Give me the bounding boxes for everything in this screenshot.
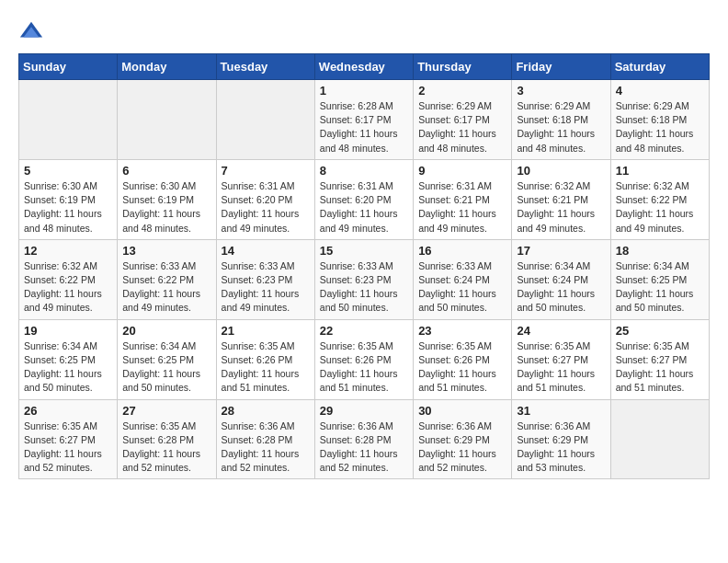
logo-icon	[18, 18, 44, 44]
calendar-cell	[216, 80, 314, 160]
day-number: 30	[418, 404, 506, 418]
calendar-cell: 13Sunrise: 6:33 AM Sunset: 6:22 PM Dayli…	[118, 239, 216, 319]
day-info: Sunrise: 6:31 AM Sunset: 6:21 PM Dayligh…	[418, 179, 506, 236]
day-number: 31	[517, 404, 605, 418]
calendar-cell: 23Sunrise: 6:35 AM Sunset: 6:26 PM Dayli…	[414, 319, 512, 399]
calendar-week-row: 26Sunrise: 6:35 AM Sunset: 6:27 PM Dayli…	[19, 399, 710, 479]
day-info: Sunrise: 6:34 AM Sunset: 6:25 PM Dayligh…	[122, 339, 210, 396]
day-number: 29	[320, 404, 408, 418]
calendar-cell: 22Sunrise: 6:35 AM Sunset: 6:26 PM Dayli…	[314, 319, 413, 399]
calendar-cell: 18Sunrise: 6:34 AM Sunset: 6:25 PM Dayli…	[610, 239, 709, 319]
calendar-header-row: SundayMondayTuesdayWednesdayThursdayFrid…	[19, 54, 710, 80]
calendar-cell: 27Sunrise: 6:35 AM Sunset: 6:28 PM Dayli…	[118, 399, 216, 479]
day-info: Sunrise: 6:35 AM Sunset: 6:27 PM Dayligh…	[616, 339, 704, 396]
day-info: Sunrise: 6:36 AM Sunset: 6:29 PM Dayligh…	[418, 419, 506, 476]
day-info: Sunrise: 6:33 AM Sunset: 6:22 PM Dayligh…	[122, 259, 210, 316]
day-number: 10	[517, 164, 605, 178]
weekday-header: Thursday	[414, 54, 512, 80]
calendar-cell: 24Sunrise: 6:35 AM Sunset: 6:27 PM Dayli…	[512, 319, 610, 399]
weekday-header: Wednesday	[314, 54, 413, 80]
weekday-header: Saturday	[610, 54, 709, 80]
calendar-cell: 28Sunrise: 6:36 AM Sunset: 6:28 PM Dayli…	[216, 399, 314, 479]
day-info: Sunrise: 6:33 AM Sunset: 6:23 PM Dayligh…	[320, 259, 408, 316]
logo	[18, 18, 48, 44]
day-number: 23	[418, 324, 506, 338]
day-info: Sunrise: 6:35 AM Sunset: 6:26 PM Dayligh…	[320, 339, 408, 396]
day-info: Sunrise: 6:35 AM Sunset: 6:26 PM Dayligh…	[222, 339, 310, 396]
calendar-cell: 9Sunrise: 6:31 AM Sunset: 6:21 PM Daylig…	[414, 159, 512, 239]
calendar-cell: 1Sunrise: 6:28 AM Sunset: 6:17 PM Daylig…	[314, 80, 413, 160]
day-number: 26	[24, 404, 112, 418]
calendar-week-row: 5Sunrise: 6:30 AM Sunset: 6:19 PM Daylig…	[19, 159, 710, 239]
day-info: Sunrise: 6:32 AM Sunset: 6:22 PM Dayligh…	[24, 259, 112, 316]
calendar-cell: 26Sunrise: 6:35 AM Sunset: 6:27 PM Dayli…	[19, 399, 118, 479]
day-info: Sunrise: 6:29 AM Sunset: 6:18 PM Dayligh…	[517, 99, 605, 155]
day-info: Sunrise: 6:34 AM Sunset: 6:25 PM Dayligh…	[24, 339, 112, 396]
day-info: Sunrise: 6:32 AM Sunset: 6:21 PM Dayligh…	[517, 179, 605, 236]
day-info: Sunrise: 6:33 AM Sunset: 6:24 PM Dayligh…	[418, 259, 506, 316]
day-number: 4	[616, 84, 704, 98]
calendar-cell: 12Sunrise: 6:32 AM Sunset: 6:22 PM Dayli…	[19, 239, 118, 319]
day-info: Sunrise: 6:35 AM Sunset: 6:27 PM Dayligh…	[24, 419, 112, 476]
calendar-cell: 25Sunrise: 6:35 AM Sunset: 6:27 PM Dayli…	[610, 319, 709, 399]
day-number: 17	[517, 244, 605, 258]
day-info: Sunrise: 6:33 AM Sunset: 6:23 PM Dayligh…	[222, 259, 310, 316]
calendar-cell: 29Sunrise: 6:36 AM Sunset: 6:28 PM Dayli…	[314, 399, 413, 479]
day-number: 16	[418, 244, 506, 258]
calendar-cell: 4Sunrise: 6:29 AM Sunset: 6:18 PM Daylig…	[610, 80, 709, 160]
day-number: 1	[320, 84, 408, 98]
calendar-cell: 21Sunrise: 6:35 AM Sunset: 6:26 PM Dayli…	[216, 319, 314, 399]
day-info: Sunrise: 6:32 AM Sunset: 6:22 PM Dayligh…	[616, 179, 704, 236]
day-number: 25	[616, 324, 704, 338]
calendar-cell: 20Sunrise: 6:34 AM Sunset: 6:25 PM Dayli…	[118, 319, 216, 399]
day-number: 21	[222, 324, 310, 338]
day-number: 13	[122, 244, 210, 258]
day-number: 20	[122, 324, 210, 338]
calendar-cell	[610, 399, 709, 479]
day-info: Sunrise: 6:36 AM Sunset: 6:28 PM Dayligh…	[320, 419, 408, 476]
calendar-cell: 15Sunrise: 6:33 AM Sunset: 6:23 PM Dayli…	[314, 239, 413, 319]
day-info: Sunrise: 6:29 AM Sunset: 6:17 PM Dayligh…	[418, 99, 506, 155]
calendar-cell: 5Sunrise: 6:30 AM Sunset: 6:19 PM Daylig…	[19, 159, 118, 239]
day-number: 28	[222, 404, 310, 418]
calendar-cell: 11Sunrise: 6:32 AM Sunset: 6:22 PM Dayli…	[610, 159, 709, 239]
day-info: Sunrise: 6:36 AM Sunset: 6:29 PM Dayligh…	[517, 419, 605, 476]
day-number: 3	[517, 84, 605, 98]
day-number: 7	[222, 164, 310, 178]
day-number: 15	[320, 244, 408, 258]
day-number: 18	[616, 244, 704, 258]
day-number: 19	[24, 324, 112, 338]
day-info: Sunrise: 6:30 AM Sunset: 6:19 PM Dayligh…	[24, 179, 112, 236]
calendar-cell: 17Sunrise: 6:34 AM Sunset: 6:24 PM Dayli…	[512, 239, 610, 319]
day-number: 22	[320, 324, 408, 338]
day-number: 14	[222, 244, 310, 258]
calendar-cell: 3Sunrise: 6:29 AM Sunset: 6:18 PM Daylig…	[512, 80, 610, 160]
day-info: Sunrise: 6:35 AM Sunset: 6:28 PM Dayligh…	[122, 419, 210, 476]
calendar-week-row: 19Sunrise: 6:34 AM Sunset: 6:25 PM Dayli…	[19, 319, 710, 399]
day-number: 9	[418, 164, 506, 178]
weekday-header: Monday	[118, 54, 216, 80]
weekday-header: Friday	[512, 54, 610, 80]
day-number: 6	[122, 164, 210, 178]
day-info: Sunrise: 6:30 AM Sunset: 6:19 PM Dayligh…	[122, 179, 210, 236]
calendar-cell: 19Sunrise: 6:34 AM Sunset: 6:25 PM Dayli…	[19, 319, 118, 399]
calendar-cell: 6Sunrise: 6:30 AM Sunset: 6:19 PM Daylig…	[118, 159, 216, 239]
day-number: 5	[24, 164, 112, 178]
calendar-cell	[19, 80, 118, 160]
day-number: 12	[24, 244, 112, 258]
day-info: Sunrise: 6:31 AM Sunset: 6:20 PM Dayligh…	[320, 179, 408, 236]
calendar-cell: 2Sunrise: 6:29 AM Sunset: 6:17 PM Daylig…	[414, 80, 512, 160]
calendar-week-row: 12Sunrise: 6:32 AM Sunset: 6:22 PM Dayli…	[19, 239, 710, 319]
day-info: Sunrise: 6:34 AM Sunset: 6:25 PM Dayligh…	[616, 259, 704, 316]
day-number: 27	[122, 404, 210, 418]
page-header	[18, 18, 710, 44]
day-number: 2	[418, 84, 506, 98]
day-number: 8	[320, 164, 408, 178]
calendar-cell: 7Sunrise: 6:31 AM Sunset: 6:20 PM Daylig…	[216, 159, 314, 239]
calendar-cell: 31Sunrise: 6:36 AM Sunset: 6:29 PM Dayli…	[512, 399, 610, 479]
calendar-cell: 16Sunrise: 6:33 AM Sunset: 6:24 PM Dayli…	[414, 239, 512, 319]
day-info: Sunrise: 6:28 AM Sunset: 6:17 PM Dayligh…	[320, 99, 408, 155]
weekday-header: Sunday	[19, 54, 118, 80]
calendar-week-row: 1Sunrise: 6:28 AM Sunset: 6:17 PM Daylig…	[19, 80, 710, 160]
day-info: Sunrise: 6:34 AM Sunset: 6:24 PM Dayligh…	[517, 259, 605, 316]
